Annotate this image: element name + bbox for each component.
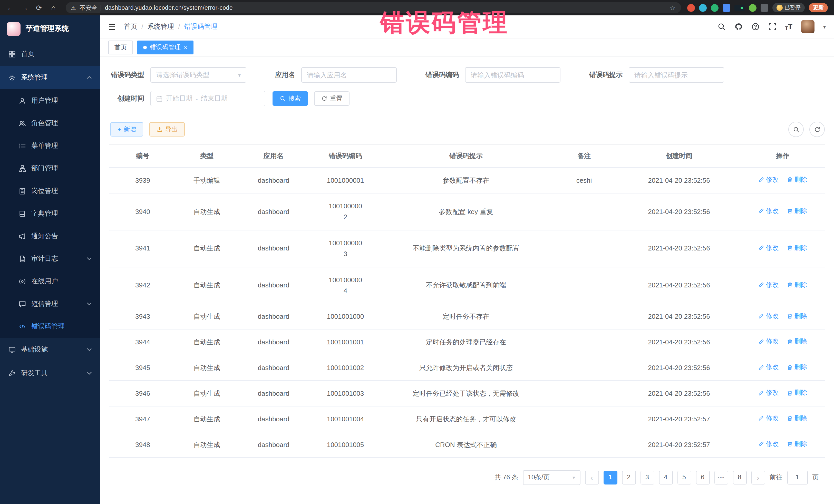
sidebar-item-online-users[interactable]: 在线用户 bbox=[0, 270, 100, 292]
edit-link[interactable]: 修改 bbox=[758, 175, 778, 185]
list-icon bbox=[19, 142, 26, 150]
trash-icon bbox=[787, 177, 793, 183]
extension-icon-dark-badge[interactable] bbox=[734, 4, 744, 11]
prev-page-button[interactable]: ‹ bbox=[585, 470, 599, 484]
forward-button[interactable]: → bbox=[19, 2, 31, 14]
reload-button[interactable]: ⟳ bbox=[33, 2, 45, 14]
tab-error-code-management[interactable]: 错误码管理 × bbox=[137, 41, 194, 54]
extension-icon-blue-drop[interactable] bbox=[699, 4, 706, 12]
delete-link[interactable]: 删除 bbox=[787, 388, 807, 398]
search-button[interactable]: 搜索 bbox=[272, 91, 308, 106]
pencil-icon bbox=[758, 177, 764, 183]
extensions-puzzle-icon[interactable] bbox=[760, 4, 768, 12]
next-page-button[interactable]: › bbox=[751, 470, 765, 484]
delete-link[interactable]: 删除 bbox=[787, 280, 807, 290]
page-button-8[interactable]: 8 bbox=[733, 470, 746, 484]
delete-link[interactable]: 删除 bbox=[787, 414, 807, 423]
security-label[interactable]: 不安全 bbox=[80, 4, 97, 12]
sidebar-item-error-code-management[interactable]: 错误码管理 bbox=[0, 315, 100, 338]
address-bar[interactable]: ⚠ 不安全 dashboard.yudao.iocoder.cn/system/… bbox=[66, 2, 681, 13]
chevron-down-icon: ▾ bbox=[572, 475, 575, 480]
breadcrumb-system[interactable]: 系统管理 bbox=[147, 22, 174, 31]
sidebar-item-menu-management[interactable]: 菜单管理 bbox=[0, 134, 100, 157]
add-button[interactable]: + 新增 bbox=[110, 122, 143, 136]
breadcrumb-home[interactable]: 首页 bbox=[124, 22, 137, 31]
sidebar-item-dev-tools[interactable]: 研发工具 bbox=[0, 361, 100, 385]
app-name-input[interactable] bbox=[301, 67, 397, 83]
update-button[interactable]: 更新 bbox=[809, 3, 828, 12]
close-tab-icon[interactable]: × bbox=[184, 44, 187, 50]
font-size-small-glyph: T bbox=[785, 26, 788, 31]
edit-link[interactable]: 修改 bbox=[758, 414, 778, 423]
sidebar-item-role-management[interactable]: 角色管理 bbox=[0, 112, 100, 134]
delete-link[interactable]: 删除 bbox=[787, 206, 807, 216]
goto-page-input[interactable] bbox=[787, 470, 808, 484]
page-button-1[interactable]: 1 bbox=[603, 470, 617, 484]
extension-icon-green[interactable] bbox=[749, 4, 756, 12]
github-icon[interactable] bbox=[734, 23, 743, 31]
sidebar-item-dict-management[interactable]: 字典管理 bbox=[0, 202, 100, 225]
edit-link[interactable]: 修改 bbox=[758, 280, 778, 290]
warning-icon: ⚠ bbox=[71, 4, 76, 11]
refresh-table-button[interactable] bbox=[809, 122, 825, 137]
delete-link[interactable]: 删除 bbox=[787, 439, 807, 449]
page-button-3[interactable]: 3 bbox=[640, 470, 654, 484]
fullscreen-icon[interactable] bbox=[768, 23, 776, 31]
sidebar-item-audit-log[interactable]: 审计日志 bbox=[0, 247, 100, 270]
edit-link[interactable]: 修改 bbox=[758, 206, 778, 216]
error-hint-input[interactable] bbox=[629, 67, 724, 83]
edit-link[interactable]: 修改 bbox=[758, 439, 778, 449]
sidebar-item-sms-management[interactable]: 短信管理 bbox=[0, 292, 100, 315]
more-pages-button[interactable]: ••• bbox=[714, 470, 728, 484]
page-size-select[interactable]: 10条/页 ▾ bbox=[523, 470, 580, 485]
system-submenu: 用户管理 角色管理 菜单管理 部门管理 岗位管理 bbox=[0, 89, 100, 338]
back-button[interactable]: ← bbox=[4, 2, 17, 14]
sidebar-item-user-management[interactable]: 用户管理 bbox=[0, 89, 100, 112]
col-header-msg: 错误码提示 bbox=[381, 145, 551, 168]
url-text[interactable]: dashboard.yudao.iocoder.cn/system/error-… bbox=[105, 5, 233, 11]
col-header-time: 创建时间 bbox=[617, 145, 741, 168]
sidebar: 芋道管理系统 首页 系统管理 用户管理 角色管理 bbox=[0, 15, 100, 504]
edit-link[interactable]: 修改 bbox=[758, 388, 778, 398]
sidebar-item-notice-management[interactable]: 通知公告 bbox=[0, 225, 100, 247]
font-size-icon[interactable]: TT bbox=[785, 23, 792, 31]
sidebar-item-home[interactable]: 首页 bbox=[0, 42, 100, 66]
paused-badge[interactable]: 已暂停 bbox=[772, 3, 805, 12]
user-avatar[interactable] bbox=[801, 20, 814, 34]
reset-button[interactable]: 重置 bbox=[314, 91, 350, 106]
edit-link[interactable]: 修改 bbox=[758, 243, 778, 253]
extension-icon-grid[interactable] bbox=[722, 4, 730, 12]
edit-link[interactable]: 修改 bbox=[758, 337, 778, 347]
page-button-6[interactable]: 6 bbox=[696, 470, 709, 484]
sidebar-item-department-management[interactable]: 部门管理 bbox=[0, 157, 100, 180]
delete-link[interactable]: 删除 bbox=[787, 243, 807, 253]
error-type-select[interactable]: 请选择错误码类型 ▾ bbox=[150, 67, 246, 83]
page-button-5[interactable]: 5 bbox=[677, 470, 691, 484]
avatar-caret-icon[interactable]: ▾ bbox=[823, 24, 826, 29]
page-button-4[interactable]: 4 bbox=[659, 470, 673, 484]
delete-link[interactable]: 删除 bbox=[787, 175, 807, 185]
home-button[interactable]: ⌂ bbox=[47, 2, 60, 14]
extension-icon-red[interactable] bbox=[687, 4, 695, 12]
collapse-sidebar-icon[interactable]: ☰ bbox=[108, 22, 116, 31]
sidebar-item-infrastructure[interactable]: 基础设施 bbox=[0, 338, 100, 361]
delete-link[interactable]: 删除 bbox=[787, 311, 807, 321]
edit-link[interactable]: 修改 bbox=[758, 363, 778, 372]
help-icon[interactable] bbox=[751, 23, 760, 31]
tab-home[interactable]: 首页 bbox=[108, 41, 133, 54]
app-logo[interactable]: 芋道管理系统 bbox=[0, 15, 100, 42]
search-icon[interactable] bbox=[718, 23, 726, 31]
sidebar-item-post-management[interactable]: 岗位管理 bbox=[0, 180, 100, 202]
page-button-2[interactable]: 2 bbox=[622, 470, 636, 484]
extension-icon-green-check[interactable] bbox=[710, 4, 718, 12]
col-header-actions: 操作 bbox=[741, 145, 825, 168]
bookmark-star-icon[interactable]: ☆ bbox=[670, 4, 676, 12]
export-button[interactable]: 导出 bbox=[149, 122, 185, 136]
delete-link[interactable]: 删除 bbox=[787, 363, 807, 372]
toggle-search-button[interactable] bbox=[788, 122, 804, 137]
create-time-range-picker[interactable]: 开始日期 - 结束日期 bbox=[150, 91, 265, 106]
error-code-input[interactable] bbox=[465, 67, 561, 83]
sidebar-item-system-management[interactable]: 系统管理 bbox=[0, 66, 100, 89]
delete-link[interactable]: 删除 bbox=[787, 337, 807, 347]
edit-link[interactable]: 修改 bbox=[758, 311, 778, 321]
